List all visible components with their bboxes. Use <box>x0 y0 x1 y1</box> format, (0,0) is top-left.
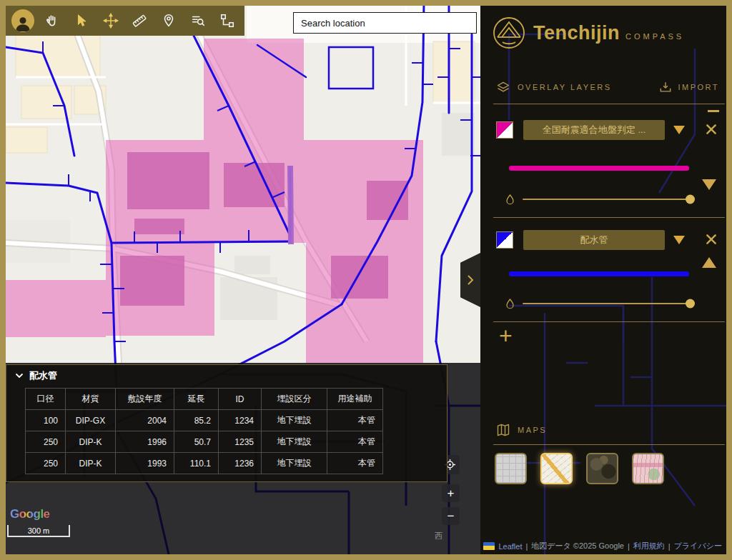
cell: 100 <box>26 410 66 431</box>
layer-select[interactable]: 全国耐震適合地盤判定 ... <box>523 120 665 140</box>
crosshair-move-icon <box>103 13 119 29</box>
collapse-section-icon[interactable] <box>708 110 719 112</box>
search-input[interactable] <box>293 12 477 34</box>
list-search-icon <box>190 13 206 29</box>
avatar-button[interactable] <box>11 9 34 32</box>
droplet-icon <box>505 297 515 310</box>
opacity-slider-knob[interactable] <box>686 195 695 204</box>
cell: 1235 <box>219 431 262 453</box>
import-icon <box>658 80 673 94</box>
query-tool-button[interactable] <box>187 9 209 32</box>
cell: 110.1 <box>174 453 219 474</box>
map-data-credit: 地図データ ©2025 Google <box>531 541 624 551</box>
attribution: Leaflet | 地図データ ©2025 Google | 利用規約 | プラ… <box>483 541 722 551</box>
map-icon <box>496 423 510 437</box>
close-icon <box>705 233 718 246</box>
divider <box>493 444 725 445</box>
column-header: 埋設区分 <box>262 389 327 410</box>
user-icon <box>14 14 32 32</box>
cell: 地下埋設 <box>262 410 327 431</box>
remove-layer-button[interactable] <box>705 233 718 246</box>
chevron-right-icon <box>467 274 474 286</box>
cell: 地下埋設 <box>262 453 327 474</box>
layer-row-hazard: 全国耐震適合地盤判定 ... <box>496 120 718 140</box>
app: 配水管 口径 材質 敷設年度 延長 ID 埋設区分 用途補助 <box>6 6 726 554</box>
cell: 地下埋設 <box>262 431 327 453</box>
move-layer-up-button[interactable] <box>702 257 716 268</box>
column-header: ID <box>219 389 262 410</box>
column-header: 敷設年度 <box>116 389 174 410</box>
basemap-gray-roadmap[interactable] <box>495 453 527 484</box>
close-icon <box>705 123 718 136</box>
select-caret-icon[interactable] <box>673 236 685 244</box>
table-panel-header[interactable]: 配水管 <box>6 365 447 386</box>
cell: 本管 <box>327 431 383 453</box>
table-row[interactable]: 100 DIP-GX 2004 85.2 1234 地下埋設 本管 <box>26 410 383 431</box>
brand: Tenchijin COMPASS <box>492 16 684 50</box>
move-tool-button[interactable] <box>99 9 122 32</box>
measure-tool-button[interactable] <box>128 9 151 32</box>
cell: 50.7 <box>174 431 219 453</box>
table-header-row: 口径 材質 敷設年度 延長 ID 埋設区分 用途補助 <box>26 389 383 410</box>
basemap-thumbnails <box>495 453 664 484</box>
column-header: 用途補助 <box>327 389 383 410</box>
opacity-slider-knob[interactable] <box>686 299 695 309</box>
layer-visibility-checkbox[interactable] <box>496 231 513 249</box>
opacity-slider[interactable] <box>523 303 693 304</box>
layer-color-swatch <box>509 271 689 276</box>
privacy-link[interactable]: プライバシー <box>674 541 722 551</box>
basemap-light-roadmap[interactable] <box>540 453 573 484</box>
cell: 250 <box>26 453 66 474</box>
ukraine-flag-icon <box>483 542 495 550</box>
layer-row-pipes: 配水管 <box>496 230 718 250</box>
brand-name: Tenchijin <box>533 22 620 44</box>
zoom-out-button[interactable]: − <box>442 507 460 525</box>
table-row[interactable]: 250 DIP-K 1993 110.1 1236 地下埋設 本管 <box>26 453 383 474</box>
cell: DIP-K <box>66 431 116 453</box>
overlay-layers-header: OVERLAY LAYERS IMPORT <box>496 80 719 94</box>
table-row[interactable]: 250 DIP-K 1996 50.7 1235 地下埋設 本管 <box>26 431 383 453</box>
route-tool-button[interactable] <box>216 9 239 32</box>
divider <box>493 104 725 104</box>
layers-icon <box>496 80 510 94</box>
zoom-in-button[interactable]: + <box>442 484 460 502</box>
opacity-slider-row <box>505 297 693 310</box>
attribution-separator: | <box>628 542 630 551</box>
cell: 1993 <box>116 453 174 474</box>
scale-label: 300 m <box>28 526 50 535</box>
hand-icon <box>44 13 60 29</box>
remove-layer-button[interactable] <box>705 123 718 136</box>
select-caret-icon[interactable] <box>673 126 685 134</box>
import-label: IMPORT <box>678 83 719 91</box>
opacity-slider-row <box>505 193 693 206</box>
column-header: 材質 <box>66 389 116 410</box>
selected-pipe-highlight[interactable] <box>290 166 291 244</box>
layer-visibility-checkbox[interactable] <box>496 121 513 139</box>
map[interactable]: 配水管 口径 材質 敷設年度 延長 ID 埋設区分 用途補助 <box>6 6 480 554</box>
feature-table: 口径 材質 敷設年度 延長 ID 埋設区分 用途補助 100 DIP-GX 20… <box>25 388 383 474</box>
maps-header: MAPS <box>496 423 547 437</box>
column-header: 延長 <box>174 389 219 410</box>
divider <box>493 321 725 322</box>
network-route-icon <box>219 13 235 29</box>
cursor-icon <box>74 13 89 29</box>
basemap-satellite[interactable] <box>586 453 618 484</box>
leaflet-link[interactable]: Leaflet <box>498 542 522 551</box>
cell: DIP-K <box>66 453 116 474</box>
feature-table-panel: 配水管 口径 材質 敷設年度 延長 ID 埋設区分 用途補助 <box>6 364 447 482</box>
maps-title: MAPS <box>518 426 547 434</box>
overlay-layers-title: OVERLAY LAYERS <box>518 83 612 91</box>
basemap-terrain[interactable] <box>632 453 664 484</box>
move-layer-down-button[interactable] <box>702 179 716 190</box>
terms-link[interactable]: 利用規約 <box>633 541 665 551</box>
pan-tool-button[interactable] <box>41 9 64 32</box>
google-logo[interactable]: Google <box>10 507 50 521</box>
layer-select[interactable]: 配水管 <box>523 230 665 250</box>
pin-tool-button[interactable] <box>157 9 180 32</box>
import-button[interactable]: IMPORT <box>658 80 719 94</box>
add-layer-button[interactable]: + <box>499 324 513 347</box>
opacity-slider[interactable] <box>523 199 693 200</box>
cell: 本管 <box>327 410 383 431</box>
toolbar <box>6 6 244 36</box>
select-tool-button[interactable] <box>70 9 93 32</box>
